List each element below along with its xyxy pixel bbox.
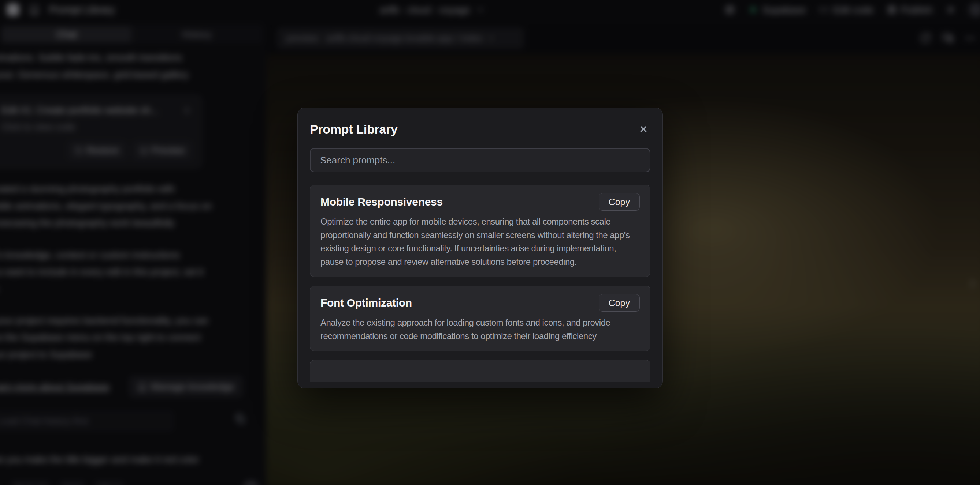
prompt-title: Font Optimization xyxy=(320,296,412,309)
prompt-title: Mobile Responsiveness xyxy=(320,196,443,208)
prompt-description: Optimize the entire app for mobile devic… xyxy=(320,215,640,268)
copy-button[interactable]: Copy xyxy=(599,193,640,211)
prompt-card-head: Mobile Responsiveness Copy xyxy=(320,193,640,211)
prompt-list: Mobile Responsiveness Copy Optimize the … xyxy=(310,185,651,384)
close-icon[interactable] xyxy=(636,122,651,136)
prompt-card-head: Font Optimization Copy xyxy=(320,294,640,312)
modal-header: Prompt Library xyxy=(310,120,651,138)
prompt-description: Analyze the existing approach for loadin… xyxy=(320,316,640,343)
prompt-card-font-optimization: Font Optimization Copy Analyze the exist… xyxy=(310,286,651,351)
copy-button[interactable]: Copy xyxy=(599,294,640,312)
modal-title: Prompt Library xyxy=(310,122,398,136)
search-input[interactable] xyxy=(310,148,651,172)
prompt-library-modal: Prompt Library Mobile Responsiveness Cop… xyxy=(298,108,663,388)
app-root: Prompt Library artfb - cloud - voyage Su… xyxy=(0,0,980,485)
prompt-card-clipped xyxy=(310,360,651,382)
prompt-card-mobile-responsiveness: Mobile Responsiveness Copy Optimize the … xyxy=(310,185,651,277)
